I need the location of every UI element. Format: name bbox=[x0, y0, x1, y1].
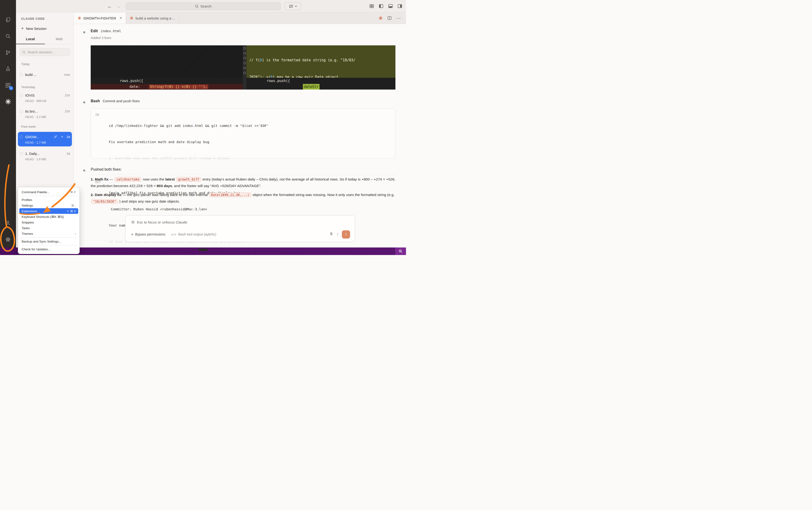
session-radio[interactable] bbox=[20, 73, 23, 76]
diff-marker-square bbox=[244, 72, 246, 74]
toggle-right-panel-button[interactable] bbox=[397, 3, 403, 9]
menu-separator bbox=[21, 196, 77, 196]
global-search[interactable]: Search bbox=[126, 2, 281, 10]
inline-code-chip[interactable]: calcOvertake bbox=[115, 177, 141, 182]
session-search[interactable] bbox=[20, 48, 70, 56]
toggle-left-panel-button[interactable] bbox=[378, 3, 384, 9]
menu-item-settings[interactable]: Settings⌘ , bbox=[19, 203, 78, 208]
editor-area: GROWTH-FIGHTER × build a website using a… bbox=[74, 12, 406, 248]
added-token: dateStr bbox=[303, 84, 320, 89]
session-row[interactable]: its bro...21h HEAD · 3.2 MB bbox=[18, 108, 72, 119]
diff-removed-line: date:String(f(0) || v(0) || ''), bbox=[91, 84, 243, 89]
menu-item-check-updates[interactable]: Check for Updates... bbox=[19, 246, 78, 252]
source-control-button[interactable] bbox=[3, 48, 13, 58]
math-fix-paragraph: 1. Math fix — calcOvertake now uses the … bbox=[91, 176, 396, 189]
zoom-in-icon bbox=[399, 249, 403, 253]
send-button[interactable]: ↑ bbox=[342, 230, 350, 238]
search-icon bbox=[22, 51, 26, 54]
session-row[interactable]: build ...now bbox=[18, 71, 72, 78]
session-row[interactable]: 1. Daily...2d HEAD · 1.6 MB bbox=[18, 150, 72, 161]
prompt-placeholder[interactable]: ⌘ Esc to focus or unfocus Claude bbox=[131, 220, 187, 224]
account-icon bbox=[5, 220, 11, 226]
split-editor-button[interactable] bbox=[387, 16, 392, 20]
step-bullet bbox=[83, 31, 85, 33]
explorer-button[interactable] bbox=[3, 15, 13, 25]
terminal-output-block[interactable]: IN cd /tmp/linkedin-fighter && git add i… bbox=[91, 108, 396, 159]
step-bullet bbox=[83, 169, 85, 172]
menu-item-keyboard-shortcuts[interactable]: Keyboard Shortcuts [⌘K ⌘S] bbox=[19, 214, 78, 220]
menu-item-command-palette[interactable]: Command Palette...⌘ P bbox=[19, 189, 78, 195]
inline-code-chip[interactable]: "18/03/2026" bbox=[91, 199, 118, 204]
menu-item-profiles[interactable]: Profiles bbox=[19, 197, 78, 203]
section-yesterday: Yesterday bbox=[21, 85, 35, 89]
claude-panel-button[interactable] bbox=[378, 16, 383, 20]
menu-item-tasks[interactable]: Tasks bbox=[19, 225, 78, 231]
diff-marker-square bbox=[244, 62, 246, 64]
session-radio[interactable] bbox=[20, 110, 23, 113]
session-radio[interactable] bbox=[20, 135, 23, 138]
removed-token: String(f(0) || v(0) || ''), bbox=[149, 85, 208, 89]
context-chip[interactable]: </> Bash tool output (aybr5c) bbox=[171, 232, 216, 236]
test-flask-button[interactable] bbox=[3, 64, 13, 74]
claude-asterisk-icon bbox=[130, 16, 134, 20]
inline-code-chip[interactable]: Date(1899,11,30,...) bbox=[209, 193, 251, 197]
settings-gear-button[interactable] bbox=[3, 234, 13, 245]
tab-growth-fighter[interactable]: GROWTH-FIGHTER × bbox=[74, 12, 126, 24]
summary-title: Pushed both fixes: bbox=[91, 167, 122, 172]
close-tab-icon[interactable]: × bbox=[120, 16, 122, 21]
claude-prompt-box[interactable]: ⌘ Esc to focus or unfocus Claude » Bypas… bbox=[125, 215, 355, 242]
claude-code-button[interactable] bbox=[3, 96, 13, 107]
menu-item-themes[interactable]: Themes› bbox=[19, 231, 78, 236]
search-sidebar-button[interactable] bbox=[3, 31, 13, 41]
tab-local[interactable]: Local bbox=[16, 35, 45, 44]
files-icon bbox=[5, 17, 11, 23]
tab-web[interactable]: Web bbox=[45, 35, 74, 44]
session-search-input[interactable] bbox=[28, 50, 65, 54]
back-button[interactable]: ← bbox=[107, 3, 113, 10]
layout-grid-button[interactable] bbox=[369, 3, 375, 9]
diff-marker-square bbox=[244, 57, 246, 59]
text-segment: — bbox=[109, 177, 114, 181]
section-past-week: Past week bbox=[21, 125, 36, 128]
extensions-badge: 1 bbox=[9, 86, 13, 90]
menu-item-snippets[interactable]: Snippets bbox=[19, 220, 78, 225]
toggle-bottom-panel-button[interactable] bbox=[388, 3, 393, 9]
new-chat-dropdown-button[interactable] bbox=[285, 2, 301, 10]
bypass-permissions-toggle[interactable]: » Bypass permissions bbox=[131, 232, 166, 236]
sidebar-title: CLAUDE CODE bbox=[21, 17, 45, 21]
terminal-line: Fix overtake prediction math and date di… bbox=[109, 139, 269, 145]
slash-command-button[interactable]: / bbox=[337, 232, 338, 236]
session-row[interactable]: IOVIS21h HEAD · 999 KB bbox=[18, 92, 72, 103]
zoom-button[interactable] bbox=[395, 248, 406, 255]
close-session-icon[interactable]: × bbox=[60, 135, 64, 139]
out-label: OUT bbox=[95, 179, 104, 255]
forward-button[interactable]: → bbox=[115, 3, 122, 10]
more-actions-button[interactable]: ⋯ bbox=[396, 16, 401, 21]
bash-step-header: Bash Commit and push fixes bbox=[91, 99, 140, 103]
session-meta: HEAD · 999 KB bbox=[18, 99, 72, 103]
terminal-line: Committer: Ruben Hassid <rubenhassid@Mac… bbox=[109, 206, 246, 212]
menu-item-extensions[interactable]: Extensions⇧ ⌘ X bbox=[19, 208, 78, 214]
tab-build-website[interactable]: build a website using a ... bbox=[126, 12, 179, 24]
chevron-down-icon bbox=[295, 5, 297, 7]
session-radio[interactable] bbox=[20, 94, 23, 97]
account-button[interactable] bbox=[3, 218, 13, 228]
menu-item-backup-sync[interactable]: Backup and Sync Settings... bbox=[19, 238, 78, 244]
rename-session-icon[interactable] bbox=[53, 135, 58, 139]
paperclip-icon bbox=[329, 232, 334, 236]
bold-segment: 803 days bbox=[157, 184, 172, 188]
drag-handle[interactable] bbox=[198, 249, 208, 251]
global-search-placeholder: Search bbox=[200, 4, 212, 8]
search-icon bbox=[5, 33, 11, 39]
session-row-selected[interactable]: GROW... × 2d HEAD · 1.7 MB bbox=[18, 132, 72, 146]
diff-view[interactable]: // f(0) is the formatted date string (e.… bbox=[91, 45, 396, 89]
cmd-key-icon: ⌘ bbox=[131, 220, 135, 224]
new-session-button[interactable]: +New Session bbox=[21, 26, 47, 31]
inline-code-chip[interactable]: growth_diff bbox=[176, 177, 201, 182]
diff-marker-square bbox=[244, 52, 246, 54]
session-radio[interactable] bbox=[20, 152, 23, 155]
edited-file-name[interactable]: index.html bbox=[100, 29, 121, 33]
terminal-line-faded: 1. Overtake now uses the LATEST growth_d… bbox=[109, 155, 269, 161]
bold-segment: latest bbox=[165, 177, 175, 181]
attach-file-button[interactable] bbox=[329, 232, 334, 237]
